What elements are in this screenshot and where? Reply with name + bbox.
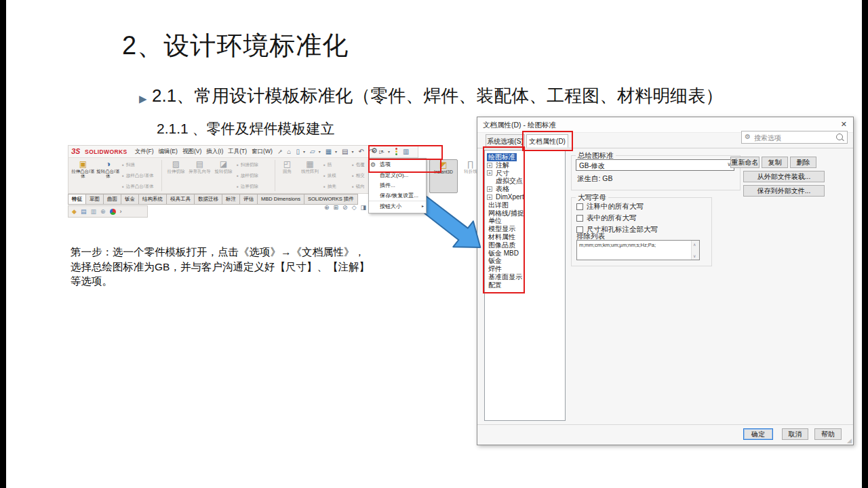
menu-window[interactable]: 窗口(W) (252, 148, 273, 156)
tab-surfaces[interactable]: 曲面 (104, 194, 121, 205)
boundary-cut-button[interactable]: ▪边界切除 (237, 181, 258, 192)
loft-boss-button[interactable]: ▪放样凸台/基体 (122, 170, 154, 181)
zoom-fit-icon[interactable]: ⊕ (324, 204, 330, 211)
load-from-external-file-button[interactable]: 从外部文件装载... (743, 171, 825, 182)
featuremanager-tree-icon[interactable]: ▤ (81, 208, 87, 215)
tree-item-tables[interactable]: +表格 (485, 185, 565, 193)
checkbox-icon[interactable] (576, 203, 583, 210)
print-icon[interactable]: ▤ (342, 148, 348, 155)
tree-item-weldments[interactable]: 焊件 (485, 265, 565, 273)
options-gear-icon[interactable]: ⚙ (371, 146, 378, 155)
menu-file[interactable]: 文件(F) (135, 148, 154, 156)
tab-document-properties[interactable]: 文档属性(D) (526, 134, 568, 148)
chevron-down-icon[interactable]: ▾ (388, 149, 390, 154)
dimxpert-manager-icon[interactable] (110, 209, 116, 215)
expander-icon[interactable]: + (487, 186, 492, 192)
tab-sheet-metal[interactable]: 钣金 (121, 194, 139, 205)
chevron-down-icon[interactable]: ▾ (319, 149, 321, 154)
tree-item-configurations[interactable]: 配置 (485, 281, 565, 289)
menu-item-save-restore-settings[interactable]: 保存/恢复设置... (369, 190, 426, 201)
mirror-button[interactable]: ▪镜向 (352, 181, 365, 192)
boundary-boss-button[interactable]: ▪边界凸台/基体 (122, 181, 154, 192)
menu-item-addins[interactable]: 插件... (369, 180, 426, 190)
home-icon[interactable]: ⌂ (287, 148, 291, 155)
shell-button[interactable]: ▪抽壳 (323, 181, 336, 192)
menu-item-button-size[interactable]: 按钮大小 ▸ (369, 201, 426, 211)
tab-solidworks-addins[interactable]: SOLIDWORKS 插件 (304, 194, 358, 205)
sweep-button[interactable]: ▪扫描 (122, 159, 154, 170)
display-style-icon[interactable]: ◨ (361, 204, 367, 211)
intersect-button[interactable]: ▪相交 (352, 170, 365, 181)
property-manager-icon[interactable]: ▥ (90, 208, 96, 215)
tree-item-sheet-metal-mbd[interactable]: 钣金 MBD (485, 249, 565, 258)
tree-item-image-quality[interactable]: 图像品质 (485, 241, 565, 249)
expander-icon[interactable]: + (487, 170, 492, 176)
tab-system-options[interactable]: 系统选项(S) (486, 134, 525, 148)
configuration-manager-icon[interactable]: ⊕ (100, 208, 106, 215)
menu-item-options[interactable]: ⚙ 选项 (369, 159, 426, 170)
menu-view[interactable]: 视图(V) (182, 148, 201, 156)
rib-button[interactable]: ▪筋 (323, 159, 336, 170)
save-to-external-file-button[interactable]: 保存到外部文件... (743, 185, 825, 197)
menu-item-customize[interactable]: 自定义(O)... (369, 170, 426, 180)
expander-icon[interactable]: + (487, 163, 492, 168)
extrude-boss-button[interactable]: ▣ 拉伸凸台/基体 (71, 159, 95, 192)
hole-wizard-button[interactable]: ▤ 异形孔向导 (188, 159, 212, 192)
exclusion-list-textarea[interactable]: m;mm;cm;km;um;µm;nm;s;Hz;Pa; ∧ ∨ (576, 240, 700, 260)
wrap-button[interactable]: ▪包覆 (352, 159, 365, 170)
swept-cut-button[interactable]: ▪扫描切除 (237, 159, 258, 170)
ok-button[interactable]: 确定 (743, 428, 773, 440)
draft-button[interactable]: ▪拔模 (323, 170, 336, 181)
menu-insert[interactable]: 插入(I) (206, 148, 223, 156)
file-properties-icon[interactable]: ▥ (403, 148, 409, 155)
checkbox-row-tables-uppercase[interactable]: 表中的所有大写 (576, 214, 637, 222)
delete-button[interactable]: 删除 (790, 157, 816, 168)
cancel-button[interactable]: 取消 (782, 428, 808, 440)
options-gear-caret-icon[interactable]: ▾ (381, 148, 383, 153)
tab-data-migration[interactable]: 数据迁移 (195, 194, 222, 205)
tab-sketch[interactable]: 草图 (86, 194, 104, 205)
alert-icon[interactable]: ◆ (72, 208, 77, 215)
next-tab-arrow-icon[interactable]: › (120, 208, 122, 215)
tree-item-drafting-standard[interactable]: 绘图标准 (485, 153, 565, 161)
lofted-cut-button[interactable]: ▪放样切除 (237, 170, 258, 181)
fillet-button[interactable]: ◰ 圆角 (277, 159, 298, 192)
rename-button[interactable]: 重新命名 (730, 157, 760, 168)
tab-evaluate[interactable]: 评估 (240, 194, 258, 205)
checkbox-row-notes-uppercase[interactable]: 注释中的所有大写 (576, 203, 644, 211)
menu-edit[interactable]: 编辑(E) (159, 148, 178, 156)
tab-annotation[interactable]: 标注 (222, 194, 240, 205)
resize-grip-icon[interactable]: ◢ (847, 437, 852, 444)
scrollbar[interactable]: ∧ ∨ (691, 241, 699, 260)
tab-mold-tools[interactable]: 模具工具 (167, 194, 195, 205)
checkbox-icon[interactable] (576, 215, 583, 222)
scroll-down-icon[interactable]: ∨ (693, 253, 696, 258)
new-document-icon[interactable]: ▯ (296, 148, 300, 155)
chevron-down-icon[interactable]: ▾ (335, 149, 337, 154)
chevron-down-icon[interactable]: ▾ (352, 149, 354, 154)
view-orientation-icon[interactable]: ◇ (352, 204, 357, 211)
drafting-standard-select[interactable]: GB-修改 ∨ (576, 159, 734, 171)
tree-item-annotations[interactable]: +注解 (485, 161, 565, 169)
tree-item-dimensions[interactable]: +尺寸 (485, 169, 565, 178)
help-button[interactable]: 帮助 (814, 428, 842, 440)
extruded-cut-button[interactable]: ▨ 拉伸切除 (164, 159, 188, 192)
tab-features[interactable]: 特征 (68, 194, 86, 205)
tree-item-dimxpert[interactable]: +DimXpert (485, 193, 565, 201)
search-options-input[interactable]: ⚙ 搜索选项 (741, 131, 848, 144)
revolve-boss-button[interactable]: ◑ 旋转凸台/基体 (96, 159, 120, 192)
section-view-icon[interactable]: ⊘ (342, 204, 348, 211)
close-icon[interactable]: ✕ (841, 120, 847, 129)
tree-item-virtual-sharps[interactable]: 虚拟交点 (485, 177, 565, 185)
instant3d-button[interactable]: ◩ Instant3D (429, 159, 458, 193)
tree-item-grid-snap[interactable]: 网格线/捕捉 (485, 209, 565, 218)
tree-item-sheet-metal[interactable]: 钣金 (485, 257, 565, 265)
tree-item-units[interactable]: 单位 (485, 217, 565, 225)
menu-tools[interactable]: 工具(T) (228, 148, 247, 156)
save-icon[interactable]: ▦ (326, 148, 332, 155)
zoom-area-icon[interactable]: ⊞ (334, 204, 339, 211)
revolved-cut-button[interactable]: ◪ 旋转切除 (212, 159, 235, 192)
tab-structure-system[interactable]: 结构系统 (139, 194, 167, 205)
tree-item-material-properties[interactable]: 材料属性 (485, 233, 565, 241)
tree-item-detailing[interactable]: 出详图 (485, 201, 565, 209)
